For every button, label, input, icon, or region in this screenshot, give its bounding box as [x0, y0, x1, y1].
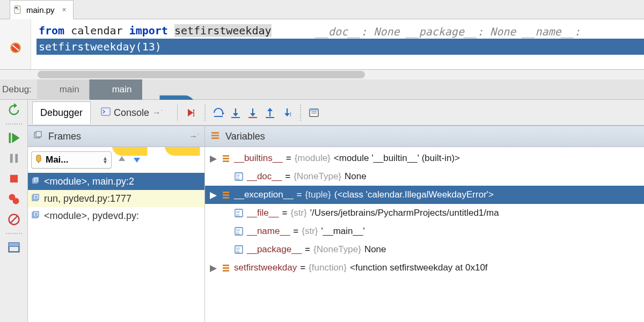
show-execution-point-button[interactable]: [184, 105, 199, 120]
tab-console[interactable]: Console →·: [93, 101, 171, 124]
python-icon: [99, 85, 108, 94]
run-config-tab-0[interactable]: main: [37, 79, 89, 100]
step-out-button[interactable]: [262, 105, 277, 120]
variable-row[interactable]: __package__ = {NoneType} None: [205, 240, 644, 259]
editor-horizontal-scrollbar[interactable]: [0, 70, 644, 79]
chevron-up-down-icon: ▲▼: [103, 156, 108, 164]
stack-frame-icon: [31, 193, 40, 204]
separator: [204, 105, 206, 121]
step-over-button[interactable]: [211, 105, 226, 120]
expand-chevron-icon[interactable]: ▶: [208, 189, 218, 201]
frames-icon: [33, 130, 43, 143]
thread-icon: [35, 154, 42, 166]
editor-gutter: [0, 19, 31, 69]
debug-body: Debugger Console →· Frames: [0, 100, 644, 322]
debug-action-strip: [0, 100, 28, 322]
code-line-2-current[interactable]: setfirstweekday(13): [36, 39, 644, 55]
code-view[interactable]: from calendar import setfirstweekday __d…: [31, 19, 644, 69]
variable-type-icon: [221, 190, 231, 200]
evaluate-expression-button[interactable]: [306, 105, 321, 120]
close-icon[interactable]: ×: [62, 5, 67, 14]
scrollbar-thumb[interactable]: [38, 71, 365, 78]
debug-toolwindow-header: Debug: main main: [0, 79, 644, 100]
variable-row[interactable]: ▶__exception__ = {tuple} (<class 'calend…: [205, 186, 644, 204]
inline-variables-hint: __doc__: None __package__: None __name__…: [316, 24, 581, 40]
stack-frame-icon: [31, 210, 40, 222]
variable-type-icon: [234, 245, 244, 254]
thread-selector[interactable]: Mai... ▲▼: [31, 151, 112, 169]
previous-frame-button[interactable]: [117, 155, 127, 166]
step-into-button[interactable]: [228, 105, 243, 120]
variable-row[interactable]: ▶setfirstweekday = {function} <function …: [205, 259, 644, 277]
editor-tab-label: main.py: [26, 5, 55, 14]
variable-row[interactable]: __file__ = {str} '/Users/jetbrains/Pycha…: [205, 204, 644, 222]
debug-panels: Debugger Console →· Frames: [28, 100, 644, 322]
variable-row[interactable]: __doc__ = {NoneType} None: [205, 167, 644, 186]
exception-breakpoint-icon[interactable]: [9, 41, 23, 55]
variable-row[interactable]: ▶__builtins__ = {module} <module '__buil…: [205, 149, 644, 167]
debug-tool-tabs: Debugger Console →·: [28, 100, 644, 126]
run-config-tab-1[interactable]: main: [89, 79, 142, 100]
pin-icon: →·: [152, 107, 163, 118]
expand-chevron-icon[interactable]: ▶: [208, 153, 218, 164]
frames-header: Frames →·: [28, 126, 204, 147]
run-to-cursor-button[interactable]: [280, 105, 295, 120]
python-file-icon: [13, 5, 22, 14]
variables-header: Variables: [205, 126, 644, 147]
frames-panel: Frames →· Mai... ▲▼ <module>, main.py:2r…: [28, 126, 205, 322]
variable-type-icon: [221, 263, 231, 273]
variables-list: ▶__builtins__ = {module} <module '__buil…: [205, 147, 644, 322]
frame-item[interactable]: run, pydevd.py:1777: [28, 190, 204, 207]
step-into-my-code-button[interactable]: [245, 105, 260, 120]
editor-tabs-row: main.py ×: [0, 0, 644, 19]
frames-and-variables: Frames →· Mai... ▲▼ <module>, main.py:2r…: [28, 126, 644, 322]
frame-item[interactable]: <module>, pydevd.py:: [28, 207, 204, 224]
python-icon: [47, 85, 55, 94]
layout-settings-button[interactable]: [7, 240, 21, 254]
variables-icon: [210, 130, 220, 143]
separator: [300, 105, 301, 121]
expand-chevron-icon[interactable]: ▶: [208, 262, 218, 274]
editor-area: from calendar import setfirstweekday __d…: [0, 19, 644, 70]
variable-type-icon: [221, 153, 231, 163]
frames-toolbar: Mai... ▲▼: [28, 147, 204, 173]
hide-icon[interactable]: →·: [189, 131, 199, 141]
variable-row[interactable]: __name__ = {str} '__main__': [205, 222, 644, 240]
next-frame-button[interactable]: [132, 155, 142, 166]
frame-item[interactable]: <module>, main.py:2: [28, 173, 204, 190]
separator: [177, 105, 178, 121]
variables-panel: Variables ▶__builtins__ = {module} <modu…: [205, 126, 644, 322]
frames-list: <module>, main.py:2run, pydevd.py:1777<m…: [28, 173, 204, 322]
variable-type-icon: [234, 172, 244, 181]
variable-type-icon: [234, 208, 244, 218]
tab-debugger[interactable]: Debugger: [32, 101, 91, 124]
stack-frame-icon: [31, 176, 40, 187]
variable-type-icon: [234, 226, 244, 236]
editor-tab-main[interactable]: main.py ×: [10, 0, 74, 19]
console-icon: [101, 107, 111, 119]
